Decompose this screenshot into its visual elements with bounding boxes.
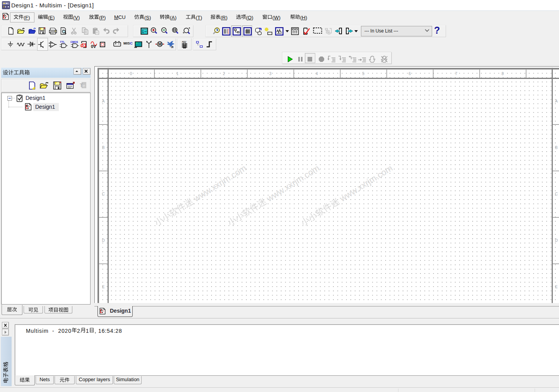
svg-text:ADJ: ADJ (182, 41, 186, 43)
svg-text:C: C (555, 192, 557, 196)
svg-text:TTL: TTL (60, 41, 65, 43)
svg-text:3: 3 (269, 72, 272, 76)
svg-text:D: D (102, 238, 104, 243)
svg-text:M: M (158, 42, 162, 46)
svg-text:CMOS: CMOS (70, 41, 78, 43)
svg-text:e: e (83, 83, 85, 88)
svg-text:D: D (555, 238, 557, 243)
svg-text:C: C (102, 192, 104, 196)
svg-text:T: T (80, 82, 83, 88)
svg-text:E: E (102, 285, 105, 289)
svg-text:A: A (555, 99, 558, 103)
svg-text:8: 8 (502, 72, 504, 76)
svg-text:B: B (102, 146, 105, 150)
svg-text:4: 4 (316, 72, 318, 76)
svg-text:7: 7 (455, 72, 457, 76)
svg-text:2: 2 (223, 72, 225, 76)
svg-text:A: A (102, 99, 105, 103)
svg-text:B: B (555, 146, 558, 150)
svg-text:0V: 0V (91, 44, 96, 49)
svg-text:3t: 3t (171, 46, 174, 48)
svg-text:d1: d1 (80, 42, 87, 48)
svg-text:C: C (130, 41, 133, 45)
svg-text:5: 5 (362, 72, 364, 76)
svg-text:6: 6 (409, 72, 411, 76)
svg-text:0: 0 (130, 72, 132, 76)
svg-text:E: E (555, 285, 558, 289)
svg-text:1: 1 (176, 72, 179, 76)
svg-text:MIS: MIS (123, 41, 130, 45)
